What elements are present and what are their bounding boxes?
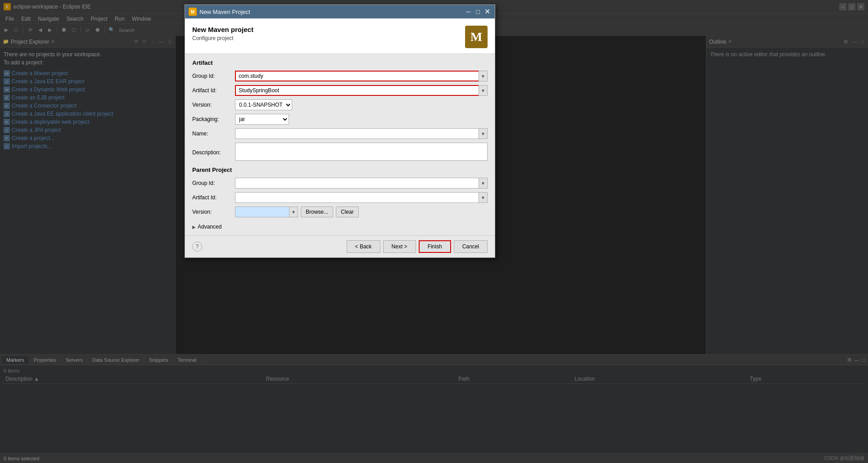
modal-overlay: M New Maven Project ─ □ ✕ New Maven proj… [0, 0, 868, 463]
modal-header-section: New Maven project Configure project M [185, 18, 495, 54]
parent-artifact-id-wrap: ▼ [235, 192, 488, 203]
modal-title-icon: M [189, 8, 197, 16]
description-label: Description: [192, 149, 235, 156]
parent-group-id-wrap: ▼ [235, 178, 488, 189]
packaging-input-wrap: jar war pom [235, 114, 488, 125]
artifact-section-label: Artifact [192, 59, 488, 66]
version-row: Version: 0.0.1-SNAPSHOT [192, 99, 488, 110]
group-id-input-wrap: ▼ [235, 71, 488, 81]
artifact-id-label: Artifact Id: [192, 87, 235, 94]
modal-title-bar: M New Maven Project ─ □ ✕ [185, 5, 495, 18]
parent-artifact-id-arrow[interactable]: ▼ [479, 192, 488, 203]
parent-section-label: Parent Project [192, 166, 488, 173]
artifact-id-row: Artifact Id: ▼ [192, 85, 488, 96]
group-id-combo: ▼ [235, 71, 488, 81]
modal-title-controls: ─ □ ✕ [465, 8, 491, 15]
parent-version-input[interactable] [235, 207, 289, 217]
parent-version-row: Version: ▼ Browse... Clear [192, 207, 488, 217]
modal-header-text: New Maven project Configure project [192, 26, 253, 41]
name-input-wrap: ▼ [235, 128, 488, 139]
modal-subtext: Configure project [192, 35, 253, 41]
parent-group-id-label: Group Id: [192, 180, 235, 186]
description-row: Description: [192, 143, 488, 162]
parent-group-id-row: Group Id: ▼ [192, 178, 488, 189]
name-label: Name: [192, 130, 235, 137]
parent-artifact-id-row: Artifact Id: ▼ [192, 192, 488, 203]
parent-artifact-id-combo: ▼ [235, 192, 488, 203]
version-label: Version: [192, 102, 235, 108]
parent-version-combo: ▼ [235, 207, 298, 217]
name-arrow[interactable]: ▼ [479, 128, 488, 139]
cancel-button[interactable]: Cancel [454, 240, 488, 253]
parent-artifact-id-input[interactable] [235, 192, 479, 203]
artifact-id-arrow[interactable]: ▼ [479, 85, 488, 96]
packaging-label: Packaging: [192, 116, 235, 122]
maven-m-letter: M [470, 30, 482, 44]
group-id-label: Group Id: [192, 73, 235, 79]
parent-section: Parent Project Group Id: ▼ Artifact Id: [192, 166, 488, 217]
parent-group-id-input[interactable] [235, 178, 479, 189]
name-combo: ▼ [235, 128, 488, 139]
modal-footer: ? < Back Next > Finish Cancel [185, 235, 495, 257]
artifact-id-input-wrap: ▼ [235, 85, 488, 96]
modal-maven-icon: M [465, 26, 488, 48]
group-id-arrow[interactable]: ▼ [479, 71, 488, 81]
parent-artifact-id-label: Artifact Id: [192, 194, 235, 201]
artifact-id-combo: ▼ [235, 85, 488, 96]
parent-group-id-combo: ▼ [235, 178, 488, 189]
browse-button[interactable]: Browse... [301, 207, 333, 217]
parent-version-arrow[interactable]: ▼ [289, 207, 298, 217]
version-select[interactable]: 0.0.1-SNAPSHOT [235, 99, 292, 110]
packaging-select[interactable]: jar war pom [235, 114, 289, 125]
next-button[interactable]: Next > [383, 240, 416, 253]
artifact-id-input[interactable] [235, 85, 479, 96]
help-button[interactable]: ? [192, 242, 202, 252]
finish-button[interactable]: Finish [419, 240, 451, 253]
new-maven-project-dialog: M New Maven Project ─ □ ✕ New Maven proj… [185, 4, 495, 258]
parent-version-label: Version: [192, 209, 235, 215]
group-id-input[interactable] [235, 71, 479, 81]
advanced-label: Advanced [198, 224, 222, 230]
modal-title: New Maven Project [199, 9, 250, 15]
advanced-row[interactable]: ▶ Advanced [192, 224, 488, 230]
back-button[interactable]: < Back [347, 240, 380, 253]
version-input-wrap: 0.0.1-SNAPSHOT [235, 99, 488, 110]
packaging-row: Packaging: jar war pom [192, 114, 488, 125]
modal-form: Artifact Group Id: ▼ Artifact Id: ▼ [185, 54, 495, 235]
parent-version-controls: ▼ Browse... Clear [235, 207, 359, 217]
modal-close-btn[interactable]: ✕ [484, 8, 491, 15]
description-input[interactable] [235, 143, 488, 161]
name-row: Name: ▼ [192, 128, 488, 139]
name-input[interactable] [235, 128, 479, 139]
footer-buttons: < Back Next > Finish Cancel [347, 240, 488, 253]
modal-heading: New Maven project [192, 26, 253, 33]
parent-group-id-arrow[interactable]: ▼ [479, 178, 488, 189]
modal-maximize-btn[interactable]: □ [475, 8, 482, 15]
modal-minimize-btn[interactable]: ─ [465, 8, 473, 15]
group-id-row: Group Id: ▼ [192, 71, 488, 81]
advanced-arrow-icon: ▶ [192, 225, 196, 229]
description-wrap [235, 143, 488, 162]
clear-button[interactable]: Clear [336, 207, 359, 217]
modal-title-left: M New Maven Project [189, 8, 250, 16]
